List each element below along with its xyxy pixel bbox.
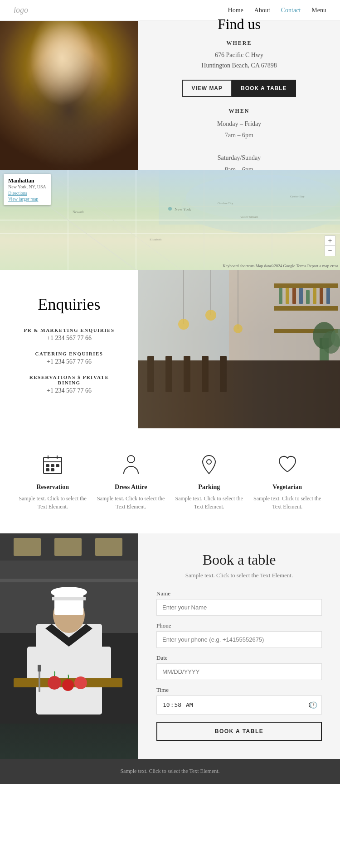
book-table-title: Book a table	[156, 551, 322, 568]
map-directions-link[interactable]: Directions	[8, 191, 46, 196]
book-table-submit-button[interactable]: BOOK A TABLE	[156, 722, 322, 741]
logo: logo	[14, 5, 28, 15]
nav-menu[interactable]: Menu	[311, 7, 326, 14]
map-section: New York Newark Morristown Garden City V…	[0, 170, 340, 270]
svg-text:Garden City: Garden City	[218, 201, 233, 205]
time-input[interactable]	[156, 695, 322, 715]
clock-icon: 🕐	[310, 701, 317, 709]
svg-rect-44	[320, 288, 323, 304]
bar-photo-container	[138, 270, 340, 428]
hours-weekend-label: Saturday/Sunday	[218, 154, 261, 161]
map-zoom-in[interactable]: +	[325, 236, 335, 246]
date-form-group: Date	[156, 654, 322, 680]
chef-image	[0, 533, 138, 759]
time-label: Time	[156, 686, 322, 694]
enquiry-phone-3: +1 234 567 77 66	[18, 387, 120, 394]
feature-vegetarian: Vegetarian Sample text. Click to select …	[251, 451, 324, 511]
name-label: Name	[156, 590, 322, 597]
chef-svg	[0, 533, 138, 724]
view-map-button[interactable]: VIEW MAP	[182, 80, 232, 97]
enquiries-section: Enquiries PR & MARKETING ENQUIRIES +1 23…	[0, 270, 340, 428]
person-icon	[117, 451, 145, 478]
map-view-larger-link[interactable]: View larger map	[8, 197, 46, 201]
nav-home[interactable]: Home	[228, 7, 243, 14]
date-input[interactable]	[156, 663, 322, 680]
svg-rect-38	[279, 288, 282, 304]
footer-text: Sample text. Click to select the Text El…	[9, 768, 331, 775]
enquiry-group-1: PR & MARKETING ENQUIRIES +1 234 567 77 6…	[24, 327, 114, 342]
bar-svg	[138, 270, 340, 428]
svg-rect-65	[95, 538, 122, 556]
enquiries-content: Enquiries PR & MARKETING ENQUIRIES +1 23…	[0, 270, 138, 428]
svg-rect-72	[52, 597, 86, 600]
feature-dress-attire: Dress Attire Sample text. Click to selec…	[95, 451, 167, 511]
feature-reservation: Reservation Sample text. Click to select…	[16, 451, 89, 511]
svg-rect-40	[292, 288, 296, 304]
svg-rect-75	[97, 647, 111, 683]
enquiry-group-3: RESERVATIONS $ PRIVATE DINING +1 234 567…	[18, 374, 120, 394]
svg-text:Elizabeth: Elizabeth	[150, 238, 162, 241]
svg-rect-25	[165, 356, 172, 392]
feature-vegetarian-text: Sample text. Click to select the Text El…	[251, 494, 324, 511]
find-us-title: Find us	[218, 16, 261, 33]
svg-rect-54	[46, 465, 49, 467]
heart-icon	[274, 451, 301, 478]
svg-rect-56	[56, 465, 59, 467]
svg-point-60	[207, 460, 211, 464]
svg-rect-24	[147, 356, 154, 392]
map-zoom-controls: + −	[325, 235, 335, 256]
svg-rect-57	[46, 469, 49, 471]
svg-rect-36	[274, 306, 338, 311]
phone-input[interactable]	[156, 631, 322, 648]
feature-reservation-title: Reservation	[36, 484, 69, 491]
svg-rect-39	[286, 288, 289, 304]
svg-point-3	[186, 175, 340, 220]
name-form-group: Name	[156, 590, 322, 616]
svg-rect-41	[299, 288, 303, 304]
book-table-subtitle: Sample text. Click to select the Text El…	[156, 572, 322, 579]
nav-links: Home About Contact Menu	[228, 7, 326, 14]
hours-weekday-label: Monday – Friday	[217, 120, 261, 127]
feature-parking-text: Sample text. Click to select the Text El…	[173, 494, 245, 511]
feature-parking: Parking Sample text. Click to select the…	[173, 451, 245, 511]
svg-text:Oyster Bay: Oyster Bay	[290, 195, 305, 198]
svg-rect-64	[54, 538, 82, 556]
map-zoom-out[interactable]: −	[325, 246, 335, 256]
book-table-button-top[interactable]: BOOK A TABLE	[232, 80, 296, 97]
map-overlay: Manhattan New York, NY, USA Directions V…	[4, 174, 51, 205]
svg-rect-81	[38, 665, 41, 671]
map-copyright: Keyboard shortcuts Map data©2024 Google …	[223, 264, 338, 268]
svg-text:Valley Stream: Valley Stream	[240, 215, 258, 219]
svg-point-30	[178, 319, 189, 330]
svg-point-34	[233, 324, 243, 333]
name-input[interactable]	[156, 599, 322, 616]
svg-rect-55	[51, 465, 54, 467]
bar-image	[138, 270, 340, 428]
time-form-group: Time 🕐	[156, 686, 322, 715]
phone-form-group: Phone	[156, 622, 322, 648]
svg-rect-63	[14, 538, 41, 556]
svg-rect-45	[326, 288, 330, 304]
svg-point-13	[168, 207, 172, 211]
svg-text:New York: New York	[175, 207, 191, 211]
svg-rect-43	[313, 288, 316, 304]
when-label: WHEN	[228, 108, 249, 115]
find-us-content: Find us WHERE 676 Pacific C Hwy Huntingt…	[138, 21, 340, 170]
feature-reservation-text: Sample text. Click to select the Text El…	[16, 494, 89, 511]
map-location-name: Manhattan	[8, 177, 46, 184]
map-roads-svg: New York Newark Morristown Garden City V…	[0, 170, 340, 270]
svg-rect-67	[0, 579, 138, 582]
nav-contact[interactable]: Contact	[281, 7, 301, 14]
address: 676 Pacific C Hwy Huntington Beach, CA 6…	[201, 50, 277, 71]
nav-about[interactable]: About	[254, 7, 270, 14]
map-location-sub: New York, NY, USA	[8, 184, 46, 189]
enquiry-group-2: CATERING ENQUIRIES +1 234 567 77 66	[35, 351, 103, 365]
hours: Monday – Friday 7am – 6pm Saturday/Sunda…	[217, 118, 261, 175]
restaurant-photo	[0, 21, 138, 170]
phone-label: Phone	[156, 622, 322, 629]
features-section: Reservation Sample text. Click to select…	[0, 428, 340, 533]
svg-rect-27	[202, 356, 209, 392]
svg-text:Newark: Newark	[73, 210, 84, 214]
map-background: New York Newark Morristown Garden City V…	[0, 170, 340, 270]
calendar-icon	[39, 451, 66, 478]
